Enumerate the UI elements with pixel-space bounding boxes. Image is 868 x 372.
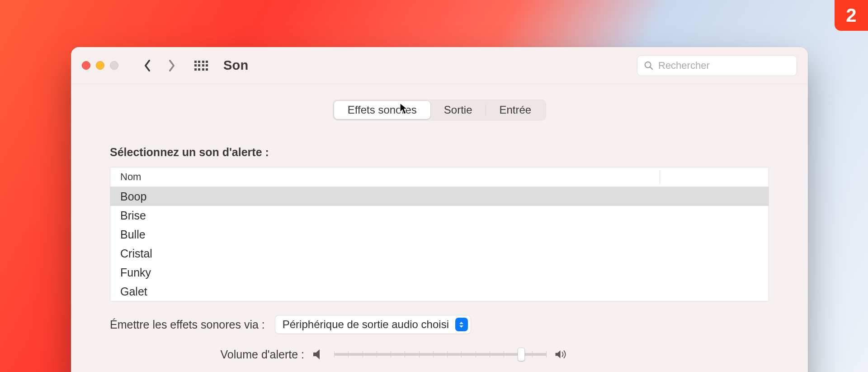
slider-thumb[interactable] xyxy=(518,348,525,361)
alert-volume-label: Volume d'alerte : xyxy=(110,348,304,361)
alert-select-label: Sélectionnez un son d'alerte : xyxy=(110,146,769,159)
search-input[interactable] xyxy=(658,60,790,72)
alert-sound-row[interactable]: Galet xyxy=(110,282,769,301)
chevron-left-icon xyxy=(143,59,151,72)
titlebar: Son xyxy=(71,47,808,84)
show-all-button[interactable] xyxy=(193,58,209,73)
alert-sounds-list[interactable]: Nom BoopBriseBulleCristalFunkyGalet xyxy=(110,167,769,301)
svg-line-1 xyxy=(650,67,652,69)
step-badge: 2 xyxy=(835,0,868,31)
output-device-select[interactable]: Périphérique de sortie audio choisi xyxy=(275,315,471,334)
alert-sound-row[interactable]: Boop xyxy=(110,187,769,206)
tab-sortie[interactable]: Sortie xyxy=(430,101,486,119)
close-window-button[interactable] xyxy=(82,61,90,70)
zoom-window-button xyxy=(110,61,118,70)
tab-entr-e[interactable]: Entrée xyxy=(486,101,545,119)
tab-bar: Effets sonoresSortieEntrée xyxy=(333,100,546,120)
search-field[interactable] xyxy=(637,55,797,76)
back-button[interactable] xyxy=(138,57,156,75)
window-title: Son xyxy=(223,58,248,73)
window-controls xyxy=(82,61,118,70)
content: Effets sonoresSortieEntrée Sélectionnez … xyxy=(71,84,808,361)
grid-icon xyxy=(194,61,208,71)
play-through-label: Émettre les effets sonores via : xyxy=(110,318,265,331)
chevron-down-icon xyxy=(459,325,464,328)
alert-sound-row[interactable]: Bulle xyxy=(110,225,769,244)
preferences-window: Son Effets sonoresSortieEntrée Sélection… xyxy=(71,47,808,372)
list-header: Nom xyxy=(110,167,769,187)
chevron-right-icon xyxy=(168,59,176,72)
alert-sound-row[interactable]: Cristal xyxy=(110,244,769,263)
search-icon xyxy=(644,61,654,71)
tab-effets-sonores[interactable]: Effets sonores xyxy=(334,101,430,119)
speaker-low-icon xyxy=(312,348,326,360)
alert-sound-row[interactable]: Funky xyxy=(110,263,769,282)
alert-volume-slider[interactable] xyxy=(334,348,547,361)
speaker-high-icon xyxy=(555,348,568,360)
select-stepper[interactable] xyxy=(455,318,468,331)
chevron-up-icon xyxy=(459,321,464,324)
sound-effects-panel: Sélectionnez un son d'alerte : Nom BoopB… xyxy=(91,131,788,361)
column-separator xyxy=(660,170,660,184)
forward-button xyxy=(163,57,181,75)
alert-sound-row[interactable]: Brise xyxy=(110,206,769,225)
column-name-header: Nom xyxy=(120,171,141,183)
minimize-window-button[interactable] xyxy=(96,61,104,70)
output-device-value: Périphérique de sortie audio choisi xyxy=(283,318,449,331)
